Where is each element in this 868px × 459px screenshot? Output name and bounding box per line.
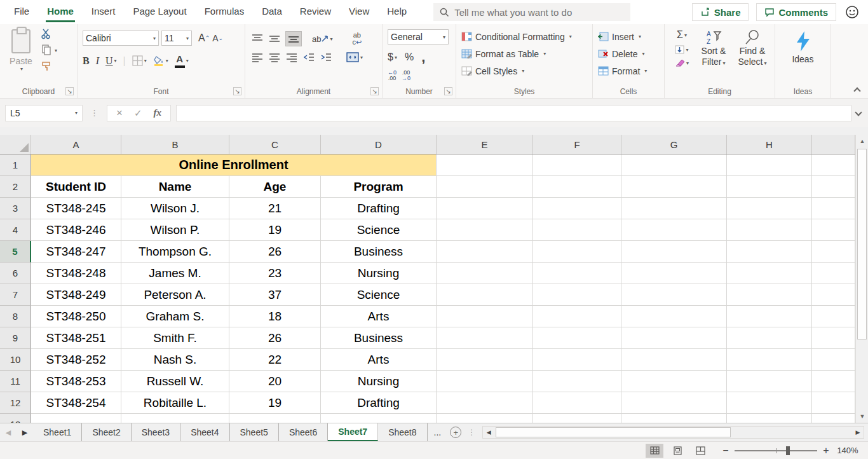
share-button[interactable]: Share: [692, 3, 749, 21]
align-left-button[interactable]: [252, 52, 263, 62]
cell-header-name[interactable]: Name: [121, 176, 229, 198]
cell-data[interactable]: ST348-251: [31, 327, 121, 349]
underline-button[interactable]: U▾: [105, 55, 117, 67]
tab-scroll-right-button[interactable]: ▶: [17, 423, 33, 441]
cell-data[interactable]: Russell W.: [121, 371, 229, 392]
cell-empty[interactable]: [437, 284, 533, 306]
cell-data[interactable]: 19: [229, 219, 321, 241]
cell-empty[interactable]: [621, 392, 727, 414]
cancel-button[interactable]: ×: [116, 107, 123, 120]
cell-header-program[interactable]: Program: [321, 176, 437, 198]
cell-empty[interactable]: [621, 349, 727, 371]
zoom-in-button[interactable]: +: [820, 445, 832, 456]
cell-data[interactable]: Peterson A.: [121, 284, 229, 306]
cell-empty[interactable]: [727, 349, 812, 371]
cell-data[interactable]: ST348-245: [31, 198, 121, 219]
cell-empty[interactable]: [621, 219, 727, 241]
row-header-9[interactable]: 9: [0, 327, 31, 349]
cell-data[interactable]: Thompson G.: [121, 241, 229, 263]
row-header-12[interactable]: 12: [0, 392, 31, 414]
scroll-down-arrow[interactable]: ▼: [856, 410, 868, 423]
cell-data[interactable]: ST348-250: [31, 306, 121, 327]
name-box[interactable]: L5 ▾: [5, 105, 83, 121]
insert-cells-button[interactable]: Insert▾: [598, 28, 664, 45]
vertical-scrollbar[interactable]: ▲ ▼: [855, 135, 868, 423]
normal-view-button[interactable]: [646, 444, 663, 458]
top-align-button[interactable]: [252, 34, 263, 44]
borders-button[interactable]: ▾: [132, 55, 147, 66]
cell-empty[interactable]: [437, 306, 533, 327]
cell-empty[interactable]: [621, 414, 727, 423]
page-layout-view-button[interactable]: [668, 444, 686, 458]
comma-style-button[interactable]: ,: [421, 49, 425, 65]
cell-data[interactable]: Nursing: [321, 371, 437, 392]
cell-empty[interactable]: [812, 176, 855, 198]
row-header-10[interactable]: 10: [0, 349, 31, 371]
bold-button[interactable]: B: [83, 55, 90, 67]
percent-button[interactable]: %: [405, 51, 414, 63]
zoom-slider-thumb[interactable]: [786, 446, 790, 455]
row-header-11[interactable]: 11: [0, 371, 31, 392]
cell-empty[interactable]: [437, 349, 533, 371]
menu-tab-data[interactable]: Data: [253, 0, 291, 24]
cell-data[interactable]: Arts: [321, 306, 437, 327]
sheet-tab-sheet5[interactable]: Sheet5: [230, 423, 279, 441]
increase-indent-button[interactable]: [320, 52, 332, 62]
cell-empty[interactable]: [727, 284, 812, 306]
row-header-13[interactable]: 13: [0, 414, 31, 423]
cell-data[interactable]: 20: [229, 371, 321, 392]
cell-empty[interactable]: [727, 154, 812, 176]
cell-styles-button[interactable]: Cell Styles▾: [461, 62, 592, 79]
cell-empty[interactable]: [727, 371, 812, 392]
cell-empty[interactable]: [533, 176, 621, 198]
cell-empty[interactable]: [621, 284, 727, 306]
cell-empty[interactable]: [121, 414, 229, 423]
cell-data[interactable]: 26: [229, 327, 321, 349]
cell-empty[interactable]: [533, 306, 621, 327]
cell-empty[interactable]: [437, 414, 533, 423]
font-name-combo[interactable]: Calibri▾: [83, 31, 159, 46]
cell-empty[interactable]: [437, 371, 533, 392]
enter-button[interactable]: ✓: [134, 107, 142, 119]
bottom-align-button[interactable]: [286, 32, 301, 46]
scroll-left-arrow[interactable]: ◀: [483, 427, 494, 438]
cell-empty[interactable]: [812, 306, 855, 327]
cell-empty[interactable]: [812, 349, 855, 371]
cell-data[interactable]: Nash S.: [121, 349, 229, 371]
cell-empty[interactable]: [727, 241, 812, 263]
sheet-tab-sheet4[interactable]: Sheet4: [180, 423, 229, 441]
scroll-right-arrow[interactable]: ▶: [852, 427, 864, 438]
cell-data[interactable]: ST348-248: [31, 263, 121, 284]
cell-data[interactable]: Science: [321, 219, 437, 241]
column-header-B[interactable]: B: [121, 135, 229, 154]
cell-header-student-id[interactable]: Student ID: [31, 176, 121, 198]
cell-empty[interactable]: [621, 371, 727, 392]
row-header-8[interactable]: 8: [0, 306, 31, 327]
cell-data[interactable]: Business: [321, 327, 437, 349]
cell-empty[interactable]: [727, 392, 812, 414]
cell-title-merged[interactable]: Online Enrollment: [31, 154, 437, 176]
row-header-4[interactable]: 4: [0, 219, 31, 241]
vertical-scroll-thumb[interactable]: [857, 149, 867, 339]
shrink-font-button[interactable]: A⌄: [212, 33, 223, 43]
cell-empty[interactable]: [533, 241, 621, 263]
collapse-ribbon-button[interactable]: [854, 86, 860, 93]
align-center-button[interactable]: [269, 52, 280, 62]
paste-button[interactable]: Paste ▾: [6, 29, 36, 83]
zoom-slider[interactable]: [735, 450, 817, 451]
font-dialog-launcher[interactable]: ↘: [233, 87, 241, 95]
cell-empty[interactable]: [812, 241, 855, 263]
cell-data[interactable]: 37: [229, 284, 321, 306]
scroll-up-arrow[interactable]: ▲: [856, 135, 868, 147]
cell-empty[interactable]: [727, 414, 812, 423]
comments-button[interactable]: Comments: [756, 3, 836, 21]
menu-tab-home[interactable]: Home: [38, 0, 83, 24]
sheet-tab-sheet7[interactable]: Sheet7: [328, 423, 378, 441]
cell-empty[interactable]: [437, 392, 533, 414]
column-header-G[interactable]: G: [621, 135, 727, 154]
cell-empty[interactable]: [621, 241, 727, 263]
formula-input[interactable]: [176, 105, 851, 121]
currency-button[interactable]: $▾: [388, 51, 397, 63]
cell-empty[interactable]: [812, 263, 855, 284]
cell-empty[interactable]: [437, 263, 533, 284]
